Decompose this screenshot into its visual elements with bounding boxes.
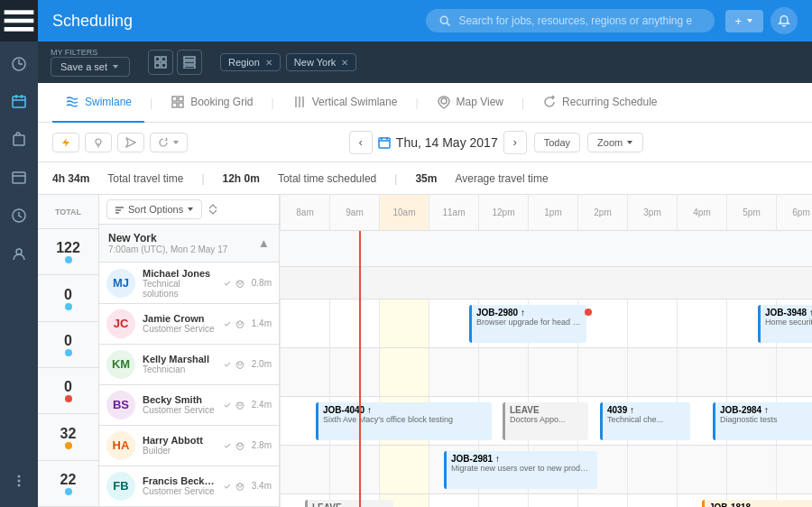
svg-rect-22 <box>155 63 160 68</box>
svg-rect-23 <box>161 63 166 68</box>
search-input[interactable] <box>458 14 693 27</box>
sidebar-calendar-icon[interactable] <box>0 159 38 197</box>
job-card-4040[interactable]: JOB-4040 ↑ Sixth Ave Macy's office block… <box>316 402 492 440</box>
prev-date-button[interactable]: ‹ <box>349 131 373 154</box>
location-icon-francis <box>235 482 245 491</box>
resource-info-becky: Becky Smith Customer Service <box>143 394 216 415</box>
tab-vertical-swimlane[interactable]: Vertical Swimlane <box>280 83 411 123</box>
resource-row-jamie[interactable]: JC Jamie Crown Customer Service 1.4m <box>99 304 279 345</box>
filter-tag-region-label: Region <box>228 57 260 68</box>
job-card-leave-harry[interactable]: LEAVE Watering appoi... <box>305 500 393 507</box>
svg-point-34 <box>441 98 447 104</box>
save-filter-set-button[interactable]: Save a set <box>51 57 130 77</box>
add-button[interactable]: + <box>725 10 763 32</box>
resource-dist-jamie: 1.4m <box>252 318 272 328</box>
job-card-1818[interactable]: JOB-1818 Retaining wall completion <box>702 500 812 507</box>
sort-direction-button[interactable] <box>208 204 218 215</box>
svg-rect-30 <box>179 103 183 107</box>
resource-row-harry[interactable]: HA Harry Abbott Builder 2.8m <box>99 426 279 466</box>
job-card-3948[interactable]: JOB-3948 ↑ Home security check on Fif... <box>758 305 812 343</box>
time-header-12pm: 12pm <box>478 195 528 230</box>
time-header-10am: 10am <box>379 195 429 230</box>
filter-tag-region-remove[interactable]: ✕ <box>265 58 272 68</box>
sidebar-more-icon[interactable] <box>0 462 38 500</box>
job-card-leave-kelly[interactable]: LEAVE Doctors Appo... <box>503 402 588 440</box>
resource-row-becky[interactable]: BS Becky Smith Customer Service 2.4m <box>99 385 279 426</box>
menu-button[interactable] <box>0 0 38 41</box>
filter-view-list-button[interactable] <box>148 50 173 75</box>
resource-dist-harry: 2.8m <box>252 440 272 450</box>
filter-tag-newyork[interactable]: New York ✕ <box>286 53 356 71</box>
svg-rect-41 <box>379 138 390 148</box>
resource-name-kelly: Kelly Marshall <box>143 354 216 364</box>
resource-row-michael[interactable]: MJ Michael Jones Technical solutions 0.8… <box>99 263 279 303</box>
today-button[interactable]: Today <box>534 133 580 152</box>
location-icon-kelly <box>235 360 245 369</box>
job-card-2981[interactable]: JOB-2981 ↑ Migrate new users over to new… <box>444 451 597 489</box>
time-header-8am: 8am <box>280 195 329 230</box>
svg-line-19 <box>448 23 450 25</box>
refresh-icon <box>158 137 169 148</box>
travel-time-value: 4h 34m <box>52 172 89 185</box>
filter-tag-region[interactable]: Region ✕ <box>220 53 281 71</box>
grid-view-icon <box>183 56 196 69</box>
count-0-1[interactable]: 0 <box>38 275 98 321</box>
region-header: New York 7:00am (UTC), Mon 2 May 17 ▲ <box>99 225 279 263</box>
bulb-button[interactable] <box>85 133 112 152</box>
svg-rect-25 <box>184 61 195 64</box>
tab-map-view[interactable]: Map View <box>424 83 516 123</box>
job-card-2984[interactable]: JOB-2984 ↑ Diagnostic tests <box>713 402 812 440</box>
svg-rect-26 <box>184 66 195 69</box>
resource-row-kelly[interactable]: KM Kelly Marshall Technician 2.0m <box>99 345 279 385</box>
travel-time-label: Total travel time <box>107 172 183 185</box>
list-view-icon <box>154 56 167 69</box>
sidebar-users-icon[interactable] <box>0 235 38 272</box>
resource-icons-jamie <box>223 319 245 328</box>
avg-travel-value: 35m <box>415 172 437 185</box>
svg-rect-11 <box>13 172 25 183</box>
job-card-4039[interactable]: 4039 ↑ Technical che... <box>600 402 690 440</box>
resource-name-becky: Becky Smith <box>143 394 216 405</box>
tab-recurring-schedule[interactable]: Recurring Schedule <box>530 83 669 123</box>
filter-tag-newyork-label: New York <box>294 57 336 68</box>
tab-booking-grid[interactable]: Booking Grid <box>158 83 265 123</box>
zoom-button[interactable]: Zoom <box>587 133 643 152</box>
avatar-francis: FB <box>106 472 135 501</box>
sort-options-button[interactable]: Sort Options <box>106 199 202 219</box>
count-122[interactable]: 122 <box>38 229 98 275</box>
next-date-button[interactable]: › <box>503 131 527 154</box>
filter-tag-newyork-remove[interactable]: ✕ <box>341 58 348 68</box>
route-icon-francis <box>223 482 232 491</box>
timeline: 8am 9am 10am 11am 12pm 1pm 2pm 3pm 4pm 5… <box>280 195 812 507</box>
search-bar[interactable] <box>426 9 715 32</box>
count-0-2[interactable]: 0 <box>38 322 98 368</box>
refresh-button[interactable] <box>150 133 188 152</box>
lightning-button[interactable] <box>52 133 79 152</box>
notification-button[interactable] <box>770 7 798 34</box>
filter-view-grid-button[interactable] <box>177 50 202 75</box>
avatar-harry: HA <box>106 431 135 460</box>
job-card-2980[interactable]: JOB-2980 ↑ Browser upgrade for head offi… <box>469 305 586 343</box>
resource-name-michael: Michael Jones <box>143 268 216 279</box>
sidebar-history-icon[interactable] <box>0 197 38 235</box>
sort-row: Sort Options <box>99 195 279 225</box>
sidebar-home-icon[interactable] <box>0 45 38 83</box>
sidebar-schedule-icon[interactable] <box>0 83 38 121</box>
count-0-3[interactable]: 0 <box>38 368 98 414</box>
tab-swimlane[interactable]: Swimlane <box>52 83 144 123</box>
my-filters-label: MY FILTERS <box>51 48 130 57</box>
count-32[interactable]: 32 <box>38 414 98 460</box>
region-collapse-button[interactable]: ▲ <box>258 236 270 250</box>
resource-row-francis[interactable]: FB Francis Beckett Customer Service 3.4m <box>99 466 279 507</box>
time-header-5pm: 5pm <box>726 195 776 230</box>
location-icon-jamie <box>235 319 245 328</box>
avatar-becky: BS <box>106 391 135 419</box>
sidebar-jobs-icon[interactable] <box>0 121 38 159</box>
svg-point-17 <box>18 484 21 487</box>
resource-role-francis: Customer Service <box>143 486 216 496</box>
svg-point-37 <box>96 139 101 144</box>
scheduled-value: 12h 0m <box>223 172 260 185</box>
timeline-header: 8am 9am 10am 11am 12pm 1pm 2pm 3pm 4pm 5… <box>280 195 812 231</box>
send-button[interactable] <box>117 133 144 152</box>
count-22[interactable]: 22 <box>38 461 98 507</box>
